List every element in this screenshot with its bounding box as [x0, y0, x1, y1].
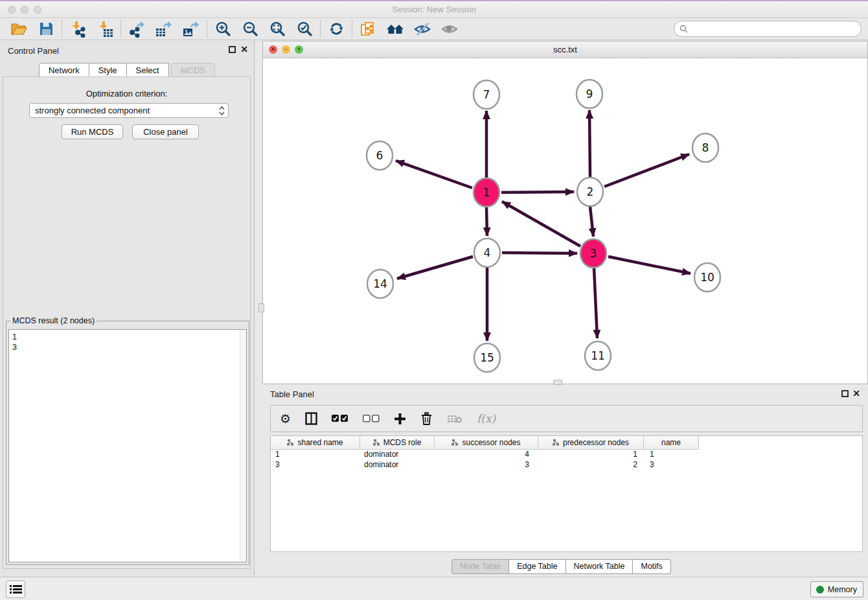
- mcds-result-textarea[interactable]: 1 3: [8, 329, 247, 562]
- delete-table-button[interactable]: [447, 413, 463, 424]
- zoom-in-button[interactable]: [209, 20, 236, 38]
- zoom-out-button[interactable]: [236, 20, 264, 38]
- table-settings-button[interactable]: ⚙: [280, 413, 291, 425]
- close-panel-button[interactable]: Close panel: [132, 124, 199, 139]
- zoom-fit-button[interactable]: [264, 20, 291, 38]
- graph-edge-1-4[interactable]: [486, 207, 487, 236]
- graph-edge-2-3[interactable]: [590, 207, 593, 237]
- table-row[interactable]: 3 dominator 3 2 3: [271, 460, 862, 470]
- network-canvas[interactable]: 1 2 3 4 6: [263, 58, 867, 384]
- import-network-button[interactable]: [64, 20, 91, 38]
- column-header-mcds-role[interactable]: MCDS role: [360, 436, 435, 450]
- graph-edge-4-3[interactable]: [502, 253, 577, 253]
- node-label: 3: [590, 247, 597, 260]
- column-header-shared-name[interactable]: shared name: [271, 436, 360, 450]
- cell-name[interactable]: 1: [644, 450, 699, 460]
- close-panel-icon[interactable]: ✕: [240, 44, 248, 54]
- column-header-predecessor-nodes[interactable]: predecessor nodes: [538, 436, 644, 450]
- add-column-button[interactable]: [394, 413, 406, 425]
- graph-edge-2-8[interactable]: [604, 154, 689, 187]
- column-type-icon: [287, 439, 294, 446]
- search-input[interactable]: [691, 23, 861, 36]
- search-box[interactable]: [674, 21, 862, 37]
- cell-mcds-role[interactable]: dominator: [360, 460, 435, 470]
- show-all-button[interactable]: [436, 20, 463, 38]
- split-pane-handle[interactable]: [258, 303, 264, 312]
- refresh-button[interactable]: [323, 20, 350, 38]
- memory-button[interactable]: Memory: [810, 581, 863, 597]
- import-table-button[interactable]: [91, 20, 119, 38]
- float-panel-icon[interactable]: [229, 46, 236, 53]
- graph-node-7[interactable]: 7: [474, 80, 499, 109]
- graph-edge-2-9[interactable]: [589, 110, 590, 177]
- graph-edge-1-6[interactable]: [396, 161, 472, 188]
- graph-node-15[interactable]: 15: [474, 343, 500, 372]
- tab-node-table[interactable]: Node Table: [451, 559, 509, 574]
- float-panel-icon[interactable]: [841, 390, 849, 397]
- graph-edge-3-11[interactable]: [594, 268, 597, 338]
- cell-shared-name[interactable]: 1: [271, 450, 360, 460]
- close-panel-icon[interactable]: ✕: [852, 388, 860, 398]
- graph-node-14[interactable]: 14: [367, 270, 393, 298]
- cell-shared-name[interactable]: 3: [271, 460, 360, 470]
- network-graph: 1 2 3 4 6: [263, 58, 867, 384]
- column-header-name[interactable]: name: [644, 436, 699, 450]
- network-window-titlebar[interactable]: ✕ − + scc.txt: [263, 41, 867, 58]
- tab-edge-table[interactable]: Edge Table: [509, 559, 565, 574]
- cell-predecessor-nodes[interactable]: 1: [538, 450, 644, 460]
- graph-edge-3-1[interactable]: [502, 202, 580, 246]
- cell-mcds-role[interactable]: dominator: [360, 450, 435, 460]
- toolbar-separator: [352, 21, 352, 38]
- cell-successor-nodes[interactable]: 4: [435, 450, 538, 460]
- task-history-button[interactable]: [6, 581, 25, 598]
- graph-node-2[interactable]: 2: [577, 178, 603, 206]
- export-table-button[interactable]: [150, 20, 177, 38]
- node-label: 15: [480, 351, 494, 364]
- duplicate-network-button[interactable]: [354, 20, 382, 38]
- graph-node-4[interactable]: 4: [474, 238, 500, 267]
- node-label: 11: [591, 349, 605, 362]
- deselect-all-button[interactable]: [363, 415, 380, 422]
- node-label: 6: [376, 149, 383, 162]
- export-network-button[interactable]: [123, 20, 150, 38]
- graph-edge-1-2[interactable]: [501, 192, 574, 192]
- run-mcds-button[interactable]: Run MCDS: [62, 124, 123, 139]
- first-neighbors-button[interactable]: [382, 20, 409, 38]
- show-columns-button[interactable]: [305, 412, 317, 425]
- tab-motifs[interactable]: Motifs: [633, 559, 670, 574]
- graph-node-6[interactable]: 6: [367, 141, 393, 170]
- hide-selected-button[interactable]: [409, 20, 436, 38]
- graph-node-1[interactable]: 1: [474, 178, 499, 207]
- graph-node-8[interactable]: 8: [692, 133, 718, 162]
- toolbar-separator: [207, 21, 207, 38]
- zoom-out-icon: [242, 21, 258, 37]
- table-row[interactable]: 1 dominator 4 1 1: [271, 450, 862, 460]
- toolbar-separator: [320, 21, 321, 38]
- graph-edge-4-14[interactable]: [397, 257, 473, 279]
- cell-successor-nodes[interactable]: 3: [435, 460, 538, 470]
- export-image-button[interactable]: [177, 20, 205, 38]
- first-neighbors-houses-icon: [386, 21, 404, 37]
- zoom-selected-button[interactable]: [291, 20, 318, 38]
- delete-column-button[interactable]: [420, 412, 433, 425]
- tab-network-table[interactable]: Network Table: [566, 559, 634, 574]
- show-eye-icon: [441, 21, 459, 37]
- function-builder-button[interactable]: f(x): [477, 412, 496, 425]
- cell-name[interactable]: 3: [644, 460, 699, 470]
- column-type-icon: [553, 439, 560, 446]
- select-all-button[interactable]: [332, 415, 348, 422]
- cell-predecessor-nodes[interactable]: 2: [538, 460, 644, 470]
- graph-node-11[interactable]: 11: [585, 341, 611, 370]
- gear-icon: ⚙: [280, 413, 291, 425]
- split-pane-handle[interactable]: [553, 380, 562, 385]
- save-session-button[interactable]: [32, 20, 60, 38]
- open-session-button[interactable]: [5, 20, 32, 38]
- column-header-successor-nodes[interactable]: successor nodes: [435, 436, 538, 450]
- graph-node-9[interactable]: 9: [577, 80, 602, 108]
- graph-node-10[interactable]: 10: [694, 263, 720, 292]
- criterion-dropdown[interactable]: strongly connected component: [29, 103, 229, 118]
- result-scrollbar[interactable]: [240, 330, 246, 562]
- table-toolbar: ⚙: [270, 405, 863, 432]
- graph-node-3[interactable]: 3: [580, 239, 606, 268]
- graph-edge-3-10[interactable]: [608, 257, 691, 273]
